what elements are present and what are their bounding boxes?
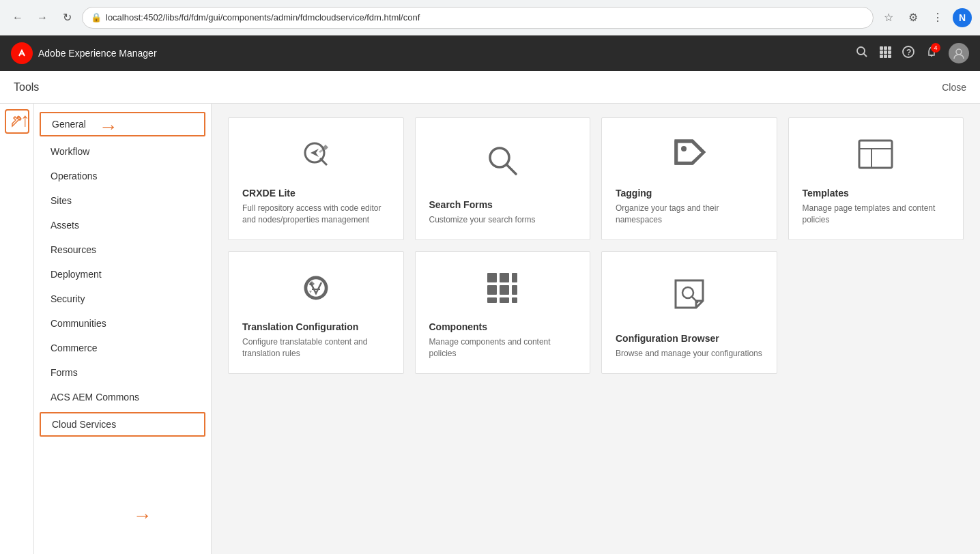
- nav-item-workflow[interactable]: Workflow: [34, 139, 211, 164]
- close-button[interactable]: Close: [942, 82, 966, 93]
- svg-rect-11: [888, 55, 891, 58]
- crxde-icon: [242, 132, 390, 177]
- svg-line-2: [864, 53, 867, 57]
- nav-item-operations[interactable]: Operations: [34, 164, 211, 188]
- search-forms-desc: Customize your search forms: [429, 214, 536, 226]
- svg-rect-5: [888, 46, 891, 50]
- nav-item-sites[interactable]: Sites: [34, 188, 211, 213]
- sidebar-icon-hammer[interactable]: [5, 109, 29, 134]
- svg-rect-33: [500, 285, 509, 295]
- help-button[interactable]: ?: [902, 46, 914, 61]
- notification-badge: 4: [931, 43, 940, 53]
- search-button[interactable]: [856, 46, 868, 61]
- translation-desc: Configure translatable content and trans…: [242, 336, 390, 360]
- user-avatar[interactable]: [949, 43, 969, 63]
- svg-point-1: [857, 47, 865, 55]
- extensions-button[interactable]: ⚙: [904, 8, 923, 27]
- tools-title: Tools: [14, 81, 39, 93]
- content-area: CRXDE Lite Full repository access with c…: [212, 104, 980, 554]
- components-desc: Manage components and content policies: [429, 336, 577, 360]
- translation-icon: [242, 265, 390, 310]
- url-text: localhost:4502/libs/fd/fdm/gui/component…: [106, 12, 420, 23]
- notification-button[interactable]: 4: [925, 46, 938, 61]
- svg-point-26: [305, 277, 327, 299]
- crxde-title: CRXDE Lite: [242, 188, 296, 199]
- config-browser-desc: Browse and manage your configurations: [616, 348, 762, 360]
- lock-icon: 🔒: [91, 12, 102, 23]
- svg-rect-29: [487, 273, 497, 282]
- tagging-desc: Organize your tags and their namespaces: [616, 203, 763, 226]
- svg-rect-6: [880, 50, 883, 54]
- nav-item-acs-aem-commons[interactable]: ACS AEM Commons: [34, 385, 211, 409]
- svg-point-16: [956, 49, 962, 55]
- svg-rect-23: [859, 141, 892, 168]
- templates-icon: [803, 132, 950, 177]
- card-configuration-browser[interactable]: Configuration Browser Browse and manage …: [601, 251, 777, 374]
- nav-item-general[interactable]: General: [40, 112, 205, 136]
- account-button[interactable]: ⋮: [928, 8, 947, 27]
- svg-rect-10: [884, 55, 887, 58]
- aem-title: Adobe Experience Manager: [38, 48, 157, 59]
- svg-rect-36: [500, 297, 509, 303]
- nav-sidebar: General Workflow Operations Sites Assets…: [34, 104, 212, 554]
- tools-bar: Tools Close: [0, 71, 980, 104]
- browser-bar: ← → ↻ 🔒 localhost:4502/libs/fd/fdm/gui/c…: [0, 0, 980, 35]
- svg-rect-30: [500, 273, 509, 282]
- templates-desc: Manage page templates and content polici…: [803, 203, 950, 226]
- nav-item-communities[interactable]: Communities: [34, 311, 211, 336]
- search-forms-title: Search Forms: [429, 199, 493, 210]
- card-components[interactable]: Components Manage components and content…: [415, 251, 591, 374]
- tagging-icon: [616, 132, 763, 177]
- config-browser-icon: [616, 265, 763, 322]
- main-layout: General Workflow Operations Sites Assets…: [0, 104, 980, 554]
- profile-circle[interactable]: N: [953, 8, 972, 27]
- nav-item-commerce[interactable]: Commerce: [34, 336, 211, 360]
- nav-item-security[interactable]: Security: [34, 287, 211, 311]
- config-browser-title: Configuration Browser: [616, 333, 719, 344]
- aem-header-actions: ? 4: [856, 43, 969, 63]
- svg-rect-34: [512, 285, 517, 295]
- svg-point-0: [16, 47, 28, 59]
- svg-rect-7: [884, 50, 887, 54]
- aem-logo: Adobe Experience Manager: [11, 42, 157, 64]
- crxde-desc: Full repository access with code editor …: [242, 203, 390, 226]
- svg-rect-35: [487, 297, 497, 303]
- svg-rect-3: [880, 46, 883, 50]
- svg-rect-37: [512, 297, 517, 303]
- back-button[interactable]: ←: [8, 8, 27, 27]
- refresh-button[interactable]: ↻: [57, 8, 76, 27]
- svg-line-19: [320, 158, 327, 165]
- sidebar-icons: [0, 104, 34, 554]
- card-tagging[interactable]: Tagging Organize your tags and their nam…: [601, 117, 777, 240]
- svg-rect-4: [884, 46, 887, 50]
- grid-button[interactable]: [879, 46, 891, 61]
- forward-button[interactable]: →: [33, 8, 52, 27]
- components-icon: [429, 265, 577, 310]
- card-translation-configuration[interactable]: Translation Configuration Configure tran…: [228, 251, 404, 374]
- aem-header: Adobe Experience Manager: [0, 35, 980, 71]
- cards-grid: CRXDE Lite Full repository access with c…: [228, 117, 964, 374]
- nav-item-assets[interactable]: Assets: [34, 213, 211, 237]
- svg-rect-9: [880, 55, 883, 58]
- card-templates[interactable]: Templates Manage page templates and cont…: [788, 117, 964, 240]
- svg-rect-8: [888, 50, 891, 54]
- search-forms-icon: [429, 132, 577, 188]
- nav-item-deployment[interactable]: Deployment: [34, 262, 211, 287]
- card-search-forms[interactable]: Search Forms Customize your search forms: [415, 117, 591, 240]
- svg-line-39: [692, 297, 697, 302]
- nav-item-resources[interactable]: Resources: [34, 237, 211, 262]
- svg-rect-32: [487, 285, 497, 295]
- nav-item-cloud-services[interactable]: Cloud Services: [40, 412, 205, 437]
- card-crxde-lite[interactable]: CRXDE Lite Full repository access with c…: [228, 117, 404, 240]
- bookmark-button[interactable]: ☆: [879, 8, 898, 27]
- translation-title: Translation Configuration: [242, 321, 358, 332]
- svg-rect-17: [16, 116, 20, 120]
- templates-title: Templates: [803, 188, 849, 199]
- svg-point-22: [681, 146, 687, 151]
- aem-logo-icon: [11, 42, 33, 64]
- svg-text:?: ?: [906, 48, 911, 57]
- address-bar[interactable]: 🔒 localhost:4502/libs/fd/fdm/gui/compone…: [82, 7, 874, 29]
- components-title: Components: [429, 321, 488, 332]
- nav-item-forms[interactable]: Forms: [34, 360, 211, 385]
- browser-actions: ☆ ⚙ ⋮ N: [879, 8, 972, 27]
